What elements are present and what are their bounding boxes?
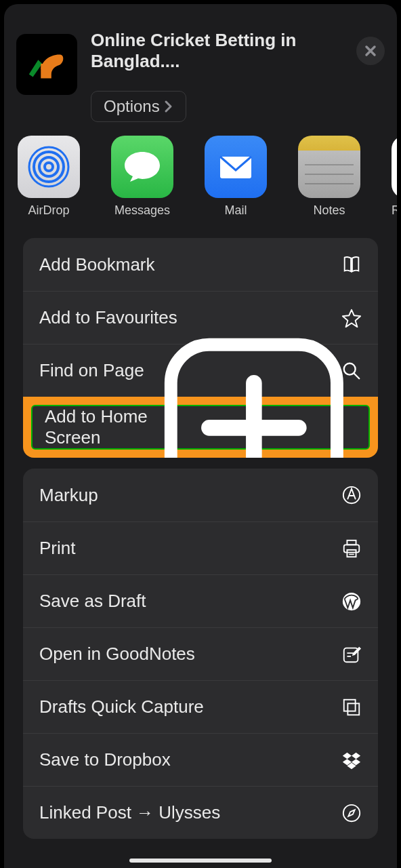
row-label: Find on Page bbox=[39, 360, 144, 381]
page-title: Online Cricket Betting in Banglad.... bbox=[91, 30, 343, 72]
close-button[interactable] bbox=[356, 37, 385, 65]
share-label: Re bbox=[392, 203, 397, 218]
reminders-icon bbox=[392, 136, 397, 198]
svg-point-1 bbox=[39, 157, 58, 176]
compass-icon bbox=[341, 803, 362, 823]
plus-square-icon bbox=[152, 326, 356, 458]
actions-group-1: Add Bookmark Add to Favourites Find on P… bbox=[23, 238, 378, 458]
compose-icon bbox=[341, 644, 362, 665]
share-label: Notes bbox=[313, 203, 345, 218]
share-airdrop[interactable]: AirDrop bbox=[18, 136, 80, 218]
notes-icon bbox=[298, 136, 360, 198]
home-indicator[interactable] bbox=[129, 859, 272, 863]
row-label: Drafts Quick Capture bbox=[39, 696, 204, 717]
options-label: Options bbox=[104, 97, 160, 116]
svg-rect-10 bbox=[347, 550, 356, 557]
svg-rect-14 bbox=[347, 703, 359, 715]
copy-icon bbox=[341, 697, 362, 717]
markup-icon bbox=[341, 485, 362, 505]
share-messages[interactable]: Messages bbox=[111, 136, 173, 218]
add-home-screen-highlight: Add to Home Screen bbox=[23, 397, 378, 458]
row-label: Add to Home Screen bbox=[45, 406, 152, 448]
svg-point-15 bbox=[343, 805, 360, 821]
svg-rect-9 bbox=[344, 545, 360, 552]
svg-point-0 bbox=[45, 163, 53, 171]
add-home-screen-row[interactable]: Add to Home Screen bbox=[31, 405, 370, 450]
dropbox-row[interactable]: Save to Dropbox bbox=[23, 733, 378, 786]
site-icon bbox=[16, 34, 77, 95]
ulysses-row[interactable]: Linked Post → Ulysses bbox=[23, 786, 378, 839]
share-label: AirDrop bbox=[28, 203, 69, 218]
wordpress-icon bbox=[341, 591, 362, 612]
svg-rect-8 bbox=[347, 540, 356, 545]
share-label: Mail bbox=[224, 203, 247, 218]
row-label: Linked Post → Ulysses bbox=[39, 802, 220, 823]
messages-icon bbox=[111, 136, 173, 198]
add-bookmark-row[interactable]: Add Bookmark bbox=[23, 238, 378, 291]
goodnotes-row[interactable]: Open in GoodNotes bbox=[23, 627, 378, 680]
mail-icon bbox=[205, 136, 267, 198]
share-notes[interactable]: Notes bbox=[298, 136, 360, 218]
print-row[interactable]: Print bbox=[23, 521, 378, 574]
row-label: Print bbox=[39, 538, 75, 559]
print-icon bbox=[341, 538, 362, 559]
chevron-right-icon bbox=[164, 100, 173, 113]
drafts-capture-row[interactable]: Drafts Quick Capture bbox=[23, 680, 378, 733]
markup-row[interactable]: Markup bbox=[23, 469, 378, 521]
dropbox-icon bbox=[341, 750, 362, 770]
svg-rect-13 bbox=[344, 700, 356, 711]
share-reminders-partial[interactable]: Re bbox=[392, 136, 397, 218]
book-icon bbox=[341, 254, 362, 275]
options-button[interactable]: Options bbox=[91, 91, 186, 122]
row-label: Markup bbox=[39, 485, 98, 506]
save-draft-row[interactable]: Save as Draft bbox=[23, 574, 378, 627]
airdrop-icon bbox=[18, 136, 80, 198]
row-label: Save to Dropbox bbox=[39, 749, 171, 770]
row-label: Add Bookmark bbox=[39, 254, 155, 275]
row-label: Open in GoodNotes bbox=[39, 644, 195, 665]
actions-group-2: Markup Print Save as Draft Open in Goo bbox=[23, 469, 378, 839]
share-label: Messages bbox=[114, 203, 170, 218]
header-text: Online Cricket Betting in Banglad.... Op… bbox=[91, 16, 343, 122]
row-label: Save as Draft bbox=[39, 591, 146, 612]
share-header: Online Cricket Betting in Banglad.... Op… bbox=[4, 4, 397, 136]
share-mail[interactable]: Mail bbox=[205, 136, 267, 218]
close-icon bbox=[364, 44, 377, 58]
share-sheet: Online Cricket Betting in Banglad.... Op… bbox=[4, 4, 397, 868]
share-apps-row[interactable]: AirDrop Messages Mail bbox=[4, 136, 397, 233]
